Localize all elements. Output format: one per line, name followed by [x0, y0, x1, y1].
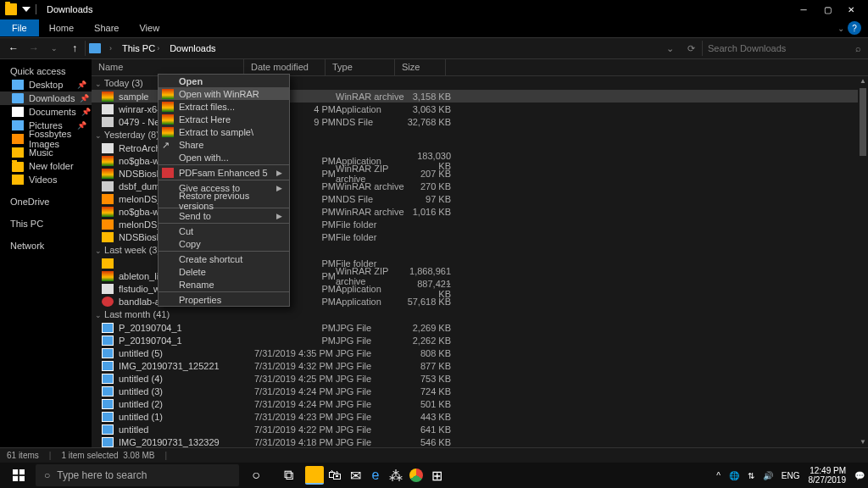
file-date: 7/31/2019 4:25 PM: [254, 374, 336, 384]
minimize-button[interactable]: ─: [792, 1, 815, 18]
scroll-up-icon[interactable]: ▲: [858, 76, 868, 86]
sidebar-newfolder[interactable]: New folder: [0, 159, 92, 173]
context-item[interactable]: Send to▶: [159, 209, 289, 222]
file-row[interactable]: untitled7/31/2019 4:22 PMJPG File641 KB: [92, 423, 868, 435]
file-icon: [102, 284, 114, 294]
scroll-down-icon[interactable]: ▼: [858, 437, 868, 447]
file-name: untitled (4): [119, 374, 254, 384]
qat-dropdown-icon[interactable]: [22, 5, 31, 14]
group-header[interactable]: ⌄ Last month (41): [92, 308, 868, 321]
refresh-button[interactable]: ⟳: [681, 43, 702, 54]
file-row[interactable]: IMG_20190731_1323297/31/2019 4:18 PMJPG …: [92, 435, 868, 447]
up-button[interactable]: ↑: [64, 39, 85, 58]
file-date: 7/31/2019 4:18 PM: [254, 437, 336, 447]
tray-wifi-icon[interactable]: ⇅: [748, 471, 754, 480]
sidebar-onedrive[interactable]: OneDrive: [0, 195, 92, 208]
tray-chevron-icon[interactable]: ^: [716, 471, 721, 480]
file-row[interactable]: untitled (3)7/31/2019 4:24 PMJPG File724…: [92, 385, 868, 397]
edge-taskbar-icon[interactable]: e: [366, 466, 385, 485]
context-item[interactable]: Extract Here: [159, 113, 289, 125]
addr-dropdown-icon[interactable]: ⌄: [659, 43, 681, 54]
app-taskbar-icon[interactable]: ⊞: [427, 466, 446, 485]
file-row[interactable]: P_20190704_1 PMJPG File2,262 KB: [92, 334, 868, 347]
col-size[interactable]: Size: [395, 59, 446, 75]
file-date: 7/31/2019 4:24 PM: [254, 386, 336, 396]
file-tab[interactable]: File: [0, 19, 39, 36]
tray-globe-icon[interactable]: 🌐: [729, 471, 739, 480]
file-row[interactable]: untitled (1)7/31/2019 4:23 PMJPG File443…: [92, 410, 868, 423]
tray-notification-icon[interactable]: 💬: [854, 471, 865, 480]
folder-icon: [12, 134, 24, 144]
file-type: JPG File: [336, 361, 405, 371]
col-type[interactable]: Type: [326, 59, 395, 75]
mail-taskbar-icon[interactable]: ✉: [346, 466, 364, 485]
file-size: 97 KB: [405, 194, 456, 204]
context-item[interactable]: Rename: [159, 278, 289, 291]
sidebar-downloads[interactable]: Downloads📌: [0, 92, 92, 105]
tab-home[interactable]: Home: [39, 19, 84, 36]
chrome-taskbar-icon[interactable]: [407, 466, 426, 485]
sidebar-desktop[interactable]: Desktop📌: [0, 78, 92, 92]
search-icon[interactable]: ⌕: [855, 43, 865, 53]
context-item[interactable]: PDFsam Enhanced 5▶: [159, 166, 289, 179]
store-taskbar-icon[interactable]: 🛍: [326, 466, 344, 485]
breadcrumb-pc[interactable]: This PC ›: [117, 40, 164, 57]
file-row[interactable]: P_20190704_1 PMJPG File2,269 KB: [92, 321, 868, 334]
file-row[interactable]: untitled (5)7/31/2019 4:35 PMJPG File808…: [92, 347, 868, 359]
sidebar-fossbytes[interactable]: Fossbytes Images: [0, 132, 92, 146]
slack-taskbar-icon[interactable]: ⁂: [387, 466, 405, 485]
menu-icon: [162, 102, 174, 112]
context-item[interactable]: Restore previous versions: [159, 194, 289, 207]
tray-volume-icon[interactable]: 🔊: [763, 471, 773, 480]
search-input[interactable]: [703, 40, 855, 57]
help-button[interactable]: ?: [848, 21, 861, 35]
context-item[interactable]: Delete: [159, 265, 289, 278]
file-icon: [102, 219, 114, 230]
context-item[interactable]: Cut: [159, 225, 289, 237]
context-item[interactable]: Open: [159, 75, 289, 87]
back-button[interactable]: ←: [3, 39, 24, 58]
context-item[interactable]: Open with...: [159, 151, 289, 164]
quick-access[interactable]: Quick access: [0, 64, 92, 78]
forward-button[interactable]: →: [24, 39, 44, 58]
context-item[interactable]: ↗Share: [159, 138, 289, 151]
sidebar-videos[interactable]: Videos: [0, 173, 92, 186]
file-size: 2,262 KB: [405, 336, 456, 346]
taskbar-search[interactable]: ○Type here to search: [36, 464, 239, 486]
sidebar-documents[interactable]: Documents📌: [0, 105, 92, 119]
tray-lang[interactable]: ENG: [782, 471, 800, 480]
explorer-taskbar-icon[interactable]: [305, 466, 324, 485]
file-date: 7/31/2019 4:35 PM: [254, 348, 336, 358]
menu-label: Properties: [179, 295, 221, 305]
scroll-thumb[interactable]: [860, 88, 866, 156]
file-type: Application: [336, 284, 405, 294]
tab-share[interactable]: Share: [84, 19, 129, 36]
start-button[interactable]: [3, 463, 34, 487]
close-button[interactable]: ✕: [839, 1, 863, 18]
ribbon-collapse-icon[interactable]: ⌄: [837, 24, 844, 33]
taskview-button[interactable]: ⧉: [273, 463, 303, 487]
file-row[interactable]: untitled (4)7/31/2019 4:25 PMJPG File753…: [92, 372, 868, 385]
file-size: 724 KB: [405, 386, 456, 396]
file-icon: [102, 258, 114, 269]
menu-label: Share: [179, 140, 203, 150]
maximize-button[interactable]: ▢: [815, 1, 839, 18]
sidebar-network[interactable]: Network: [0, 239, 92, 252]
context-item[interactable]: Extract files...: [159, 100, 289, 113]
tray-clock[interactable]: 12:49 PM8/27/2019: [809, 466, 847, 485]
context-item[interactable]: Extract to sample\: [159, 125, 289, 138]
recent-dropdown[interactable]: ⌄: [44, 39, 64, 58]
sidebar-thispc[interactable]: This PC: [0, 217, 92, 230]
context-item[interactable]: Open with WinRAR: [159, 87, 289, 100]
file-row[interactable]: IMG_20190731_1252217/31/2019 4:32 PMJPG …: [92, 359, 868, 372]
file-row[interactable]: untitled (2)7/31/2019 4:24 PMJPG File501…: [92, 397, 868, 410]
context-item[interactable]: Create shortcut: [159, 252, 289, 265]
scrollbar[interactable]: ▲ ▼: [858, 76, 868, 447]
tab-view[interactable]: View: [129, 19, 170, 36]
breadcrumb-root[interactable]: ›: [104, 41, 117, 56]
cortana-button[interactable]: ○: [241, 463, 271, 487]
file-type: NDS File: [336, 194, 405, 204]
context-item[interactable]: Copy: [159, 237, 289, 250]
context-item[interactable]: Properties: [159, 293, 289, 306]
breadcrumb-folder[interactable]: Downloads: [164, 40, 220, 57]
